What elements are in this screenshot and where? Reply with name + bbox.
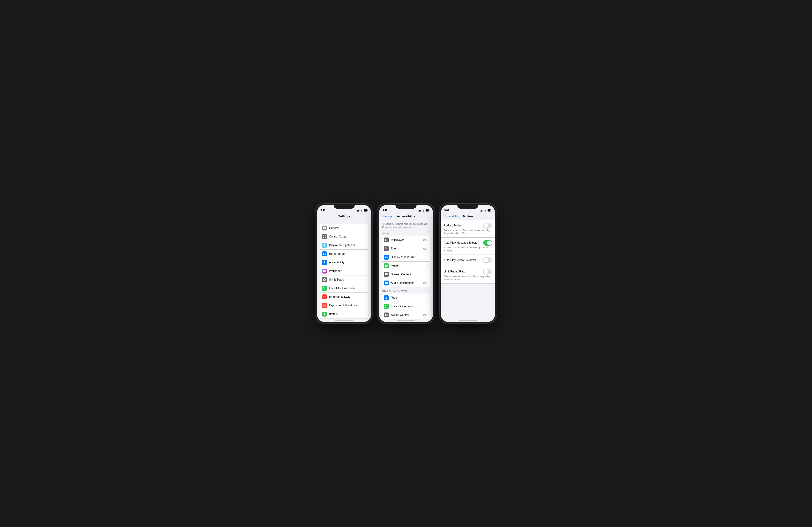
accessibility-icon <box>323 261 326 264</box>
home-indicator-1 <box>317 319 371 322</box>
toggle-reduce-motion[interactable] <box>483 223 492 228</box>
row-siri[interactable]: Siri & Search › <box>320 276 368 284</box>
row-sos[interactable]: SOS Emergency SOS › <box>320 293 368 301</box>
toggle-frame[interactable] <box>483 269 492 274</box>
row-zoom[interactable]: Zoom Off › <box>382 244 430 253</box>
icon-motion <box>384 263 389 268</box>
row-display[interactable]: Display & Brightness › <box>320 241 368 250</box>
wifi-icon-3 <box>484 209 487 211</box>
motion-group-1: Reduce Motion Reduce the motion of the u… <box>441 220 495 283</box>
motion-title-frame: Limit Frame Rate <box>444 270 465 273</box>
content-2[interactable]: Accessibility features help you customiz… <box>379 220 433 319</box>
label-switch-ctrl: Switch Control <box>391 313 423 317</box>
spoken-icon <box>385 273 388 276</box>
label-display: Display & Brightness <box>329 244 365 247</box>
controlcenter-icon <box>323 235 326 238</box>
toggle-autoplay-msg[interactable] <box>483 240 492 246</box>
motion-title-reduce: Reduce Motion <box>444 224 463 227</box>
row-wallpaper[interactable]: Wallpaper › <box>320 267 368 276</box>
back-chevron-3 <box>443 215 444 218</box>
s4 <box>421 209 421 211</box>
motion-title-autoplay: Auto-Play Message Effects <box>444 241 477 244</box>
wifi-icon-2 <box>422 209 425 211</box>
row-general[interactable]: General › <box>320 224 368 232</box>
chevron-battery: › <box>365 313 366 316</box>
label-faceid-att: Face ID & Attention <box>391 305 427 308</box>
back-label-2: Settings <box>383 215 392 218</box>
motion-row-frame: Limit Frame Rate Sets the maximum frame … <box>441 266 495 283</box>
row-battery[interactable]: Battery › <box>320 310 368 319</box>
s3 <box>420 210 421 211</box>
row-touch[interactable]: Touch › <box>382 294 430 302</box>
icon-wallpaper <box>322 268 327 274</box>
icon-display-text: AA <box>384 255 389 260</box>
svg-rect-16 <box>385 315 386 316</box>
signal-bar-4 <box>359 209 359 211</box>
label-motion: Motion <box>391 264 427 267</box>
motion-icon <box>385 264 388 267</box>
motion-desc-frame: Sets the maximum frame rate of the displ… <box>444 275 492 281</box>
row-faceid[interactable]: Face ID & Passcode › <box>320 284 368 293</box>
nav-back-3[interactable]: Accessibility <box>443 215 459 218</box>
row-motion[interactable]: Motion › <box>382 262 430 270</box>
chevron-touch: › <box>427 296 428 299</box>
chevron-siri: › <box>365 278 366 281</box>
signal-bar-3 <box>358 210 359 211</box>
icon-faceid-att <box>384 304 389 309</box>
screen-1: 9:41 Settings <box>317 205 371 322</box>
sb4 <box>483 209 483 211</box>
row-home-screen[interactable]: Home Screen › <box>320 250 368 258</box>
chevron-general: › <box>365 226 366 230</box>
motion-row-autoplay-header: Auto-Play Message Effects <box>444 240 492 246</box>
label-faceid: Face ID & Passcode <box>329 287 365 290</box>
icon-display <box>322 243 327 248</box>
status-time-1: 9:41 <box>321 209 325 211</box>
icon-general <box>322 225 327 231</box>
row-spoken[interactable]: Spoken Content › <box>382 270 430 279</box>
nav-title-2: Accessibility <box>397 215 415 218</box>
section-group-1: General › Control Center › <box>317 224 371 319</box>
row-control-center[interactable]: Control Center › <box>320 232 368 241</box>
row-faceid-att[interactable]: Face ID & Attention › <box>382 302 430 311</box>
toggle-thumb-autoplay <box>487 240 492 245</box>
status-icons-2 <box>419 209 430 211</box>
faceid-icon <box>323 287 326 290</box>
battery-icon-3 <box>488 209 491 211</box>
row-voiceover[interactable]: VoiceOver Off › <box>382 236 430 244</box>
settings-group-1: General › Control Center › <box>320 224 368 319</box>
icon-home-screen <box>322 251 327 256</box>
svg-rect-6 <box>323 253 324 253</box>
svg-rect-5 <box>325 237 326 238</box>
sb3 <box>482 210 482 211</box>
chevron-zoom: › <box>427 247 428 250</box>
nav-back-2[interactable]: Settings <box>381 215 392 218</box>
row-exposure[interactable]: Exposure Notifications › <box>320 301 368 310</box>
svg-rect-9 <box>325 254 326 255</box>
status-icons-1 <box>357 209 368 211</box>
icon-touch <box>384 295 389 300</box>
content-3[interactable]: Reduce Motion Reduce the motion of the u… <box>441 220 495 319</box>
toggle-video[interactable] <box>483 257 492 263</box>
content-1[interactable]: General › Control Center › <box>317 220 371 319</box>
chevron-vo: › <box>427 238 428 241</box>
label-voiceover: VoiceOver <box>391 238 423 241</box>
svg-rect-15 <box>387 314 388 315</box>
row-accessibility[interactable]: Accessibility › <box>320 258 368 267</box>
row-switch-ctrl[interactable]: Switch Control Off › <box>382 311 430 319</box>
chevron-accessibility: › <box>365 261 366 264</box>
status-time-3: 9:41 <box>444 209 449 211</box>
label-exposure: Exposure Notifications <box>329 304 365 307</box>
svg-rect-17 <box>387 315 388 316</box>
zoom-icon <box>385 247 388 250</box>
row-display-text[interactable]: AA Display & Text Size › <box>382 253 430 262</box>
chevron-display: › <box>365 244 366 247</box>
svg-rect-14 <box>385 314 386 315</box>
battery-icon-2 <box>426 209 430 211</box>
motion-desc-autoplay: Allows fullscreen effects in the Message… <box>444 246 492 252</box>
row-audio-desc[interactable]: Audio Descriptions Off › <box>382 279 430 287</box>
audiodesc-icon <box>385 281 388 284</box>
sos-text: SOS <box>323 296 326 298</box>
aa-text: AA <box>385 256 388 258</box>
signal-bar-2 <box>357 210 358 211</box>
home-bar-3 <box>459 320 477 321</box>
